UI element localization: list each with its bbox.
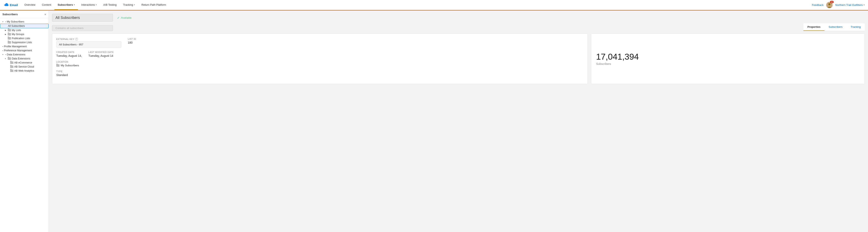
folder-icon <box>8 33 11 36</box>
availability-status: ✓ Available <box>117 16 132 20</box>
sidebar-item-label: Data Extensions <box>7 53 48 56</box>
tabs-row: Contains all subscribers Properties Subs… <box>52 23 865 31</box>
page-title: All Subscribers <box>52 14 113 22</box>
feedback-link[interactable]: Feedback <box>812 3 824 6</box>
nav-tab-return-path[interactable]: Return Path Platform <box>138 0 169 10</box>
top-navigation: Email Overview Content Subscribers ▾ Int… <box>0 0 868 10</box>
nav-tab-content[interactable]: Content <box>39 0 55 10</box>
sidebar-item-profile-management[interactable]: • Profile Management <box>0 44 49 48</box>
subscriber-stats-card: 17,041,394 Subscribers <box>591 34 865 84</box>
last-modified-value: Tuesday, August 14 <box>88 54 114 57</box>
created-date-value: Tuesday, August 14, <box>56 54 82 57</box>
sidebar-item-label: AB eCommerce <box>14 61 48 64</box>
user-name-button[interactable]: Northern Trail Outfitters ▾ <box>835 3 865 6</box>
expand-arrow-icon: ▾ <box>2 21 4 23</box>
location-folder-icon <box>56 64 60 67</box>
sidebar-item-label: AB Web Analytics <box>14 69 48 72</box>
notification-count: 42 <box>830 1 834 3</box>
external-key-field: EXTERNAL KEY ? All Subscribers - 957 <box>56 38 121 48</box>
nav-tab-list: Overview Content Subscribers ▾ Interacti… <box>21 0 810 10</box>
sidebar-item-label: My Lists <box>12 29 48 32</box>
interactions-dropdown-icon: ▾ <box>96 4 97 6</box>
external-key-label: EXTERNAL KEY ? <box>56 38 121 41</box>
nav-tab-interactions[interactable]: Interactions ▾ <box>78 0 100 10</box>
sidebar-tree: ▾ • My Subscribers All Subscribers ▶ My … <box>0 18 49 232</box>
list-id-label: LIST ID <box>128 38 136 40</box>
sidebar-item-label: AB Service Cloud <box>14 65 48 68</box>
folder-icon <box>8 29 11 31</box>
sidebar-item-label: Preference Management <box>4 49 48 52</box>
external-key-list-id-row: EXTERNAL KEY ? All Subscribers - 957 LIS… <box>56 38 584 51</box>
brand-logo[interactable]: Email <box>2 0 21 10</box>
external-key-value: All Subscribers - 957 <box>56 41 121 48</box>
tracking-dropdown-icon: ▾ <box>134 4 135 6</box>
detail-tab-list: Properties Subscribers Tracking <box>803 23 865 31</box>
sidebar-item-data-extensions-parent[interactable]: ▾ • Data Extensions <box>0 52 49 56</box>
list-id-field: LIST ID 180 <box>128 38 136 48</box>
nav-tab-tracking[interactable]: Tracking ▾ <box>120 0 138 10</box>
bullet-icon: • <box>2 45 3 48</box>
folder-icon <box>8 57 11 60</box>
location-field: LOCATION My Subscribers <box>56 61 584 67</box>
bullet-icon: • <box>2 49 3 52</box>
location-value: My Subscribers <box>56 64 584 67</box>
sidebar-item-label: My Subscribers <box>7 20 48 23</box>
tab-properties[interactable]: Properties <box>803 23 825 31</box>
svg-point-1 <box>828 3 830 5</box>
sidebar-item-publication-lists[interactable]: Publication Lists <box>0 36 49 40</box>
header-row: All Subscribers ✓ Available <box>52 14 865 22</box>
sidebar-item-ab-service-cloud[interactable]: AB Service Cloud <box>0 65 49 69</box>
properties-detail-card: EXTERNAL KEY ? All Subscribers - 957 LIS… <box>52 34 588 84</box>
dates-row: Created Date Tuesday, August 14, Last Mo… <box>56 51 584 61</box>
sidebar-item-ab-web-analytics[interactable]: AB Web Analytics <box>0 69 49 73</box>
tab-tracking[interactable]: Tracking <box>847 23 865 31</box>
sidebar-item-label: Publication Lists <box>12 37 48 40</box>
nav-tab-ab-testing[interactable]: A/B Testing <box>100 0 120 10</box>
sidebar-header: Subscribers « <box>0 10 49 18</box>
expand-arrow-icon: ▶ <box>5 29 7 31</box>
created-date-label: Created Date <box>56 51 82 53</box>
nav-tab-subscribers[interactable]: Subscribers ▾ <box>55 0 78 10</box>
tab-subscribers[interactable]: Subscribers <box>825 23 847 31</box>
subscriber-count-label: Subscribers <box>596 62 860 66</box>
page-header-section: All Subscribers ✓ Available Contains all… <box>52 14 865 31</box>
last-modified-label: Last Modified Date <box>88 51 114 53</box>
sidebar-title: Subscribers <box>2 13 18 16</box>
folder-icon <box>10 70 13 72</box>
sidebar-item-suppression-lists[interactable]: Suppression Lists <box>0 40 49 44</box>
sidebar-item-data-extensions-folder[interactable]: ▾ Data Extensions <box>0 56 49 61</box>
main-layout: Subscribers « ▾ • My Subscribers All Sub… <box>0 10 868 232</box>
salesforce-cloud-icon <box>3 3 8 7</box>
sidebar-item-ab-ecommerce[interactable]: AB eCommerce <box>0 61 49 65</box>
content-cards-row: EXTERNAL KEY ? All Subscribers - 957 LIS… <box>52 34 865 84</box>
sidebar-item-label: Profile Management <box>4 45 48 48</box>
subscriber-count: 17,041,394 <box>596 52 860 62</box>
list-id-value: 180 <box>128 41 136 44</box>
sidebar-collapse-button[interactable]: « <box>44 12 46 16</box>
subscribers-dropdown-icon: ▾ <box>74 4 75 6</box>
type-label: TYPE <box>56 70 584 73</box>
sidebar-item-label: All Subscribers <box>8 25 48 27</box>
bullet-icon: • <box>5 53 6 56</box>
external-key-help-icon[interactable]: ? <box>75 38 78 41</box>
bullet-icon: • <box>5 21 6 23</box>
sidebar-item-my-groups[interactable]: ▶ My Groups <box>0 32 49 36</box>
folder-icon <box>8 41 11 44</box>
sidebar-item-label: Data Extensions <box>12 57 48 60</box>
folder-icon <box>8 37 11 40</box>
sidebar-item-my-lists[interactable]: ▶ My Lists <box>0 28 49 32</box>
nav-tab-overview[interactable]: Overview <box>21 0 39 10</box>
folder-icon <box>10 66 13 68</box>
notification-badge-container[interactable]: 42 <box>826 2 833 8</box>
created-date-field: Created Date Tuesday, August 14, <box>56 51 82 57</box>
page-subtitle: Contains all subscribers <box>52 25 113 31</box>
brand-name: Email <box>10 3 18 7</box>
expand-arrow-icon: ▾ <box>2 53 4 55</box>
available-dot-icon: ✓ <box>117 16 120 20</box>
sidebar-item-all-subscribers[interactable]: All Subscribers <box>0 24 49 28</box>
type-field: TYPE Standard <box>56 70 584 77</box>
sidebar-item-my-subscribers[interactable]: ▾ • My Subscribers <box>0 20 49 24</box>
last-modified-field: Last Modified Date Tuesday, August 14 <box>88 51 114 57</box>
location-label: LOCATION <box>56 61 584 63</box>
sidebar-item-preference-management[interactable]: • Preference Management <box>0 48 49 52</box>
